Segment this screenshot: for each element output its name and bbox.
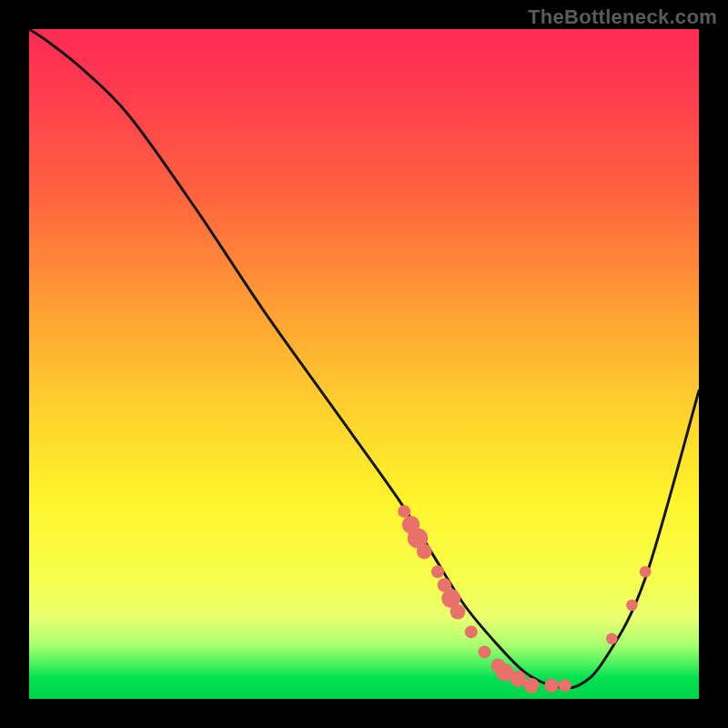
data-point: [398, 505, 410, 518]
bottleneck-curve: [29, 29, 699, 688]
data-point: [450, 604, 466, 620]
data-point: [417, 544, 432, 560]
data-point: [524, 678, 540, 693]
plot-area: [29, 29, 699, 699]
watermark-text: TheBottleneck.com: [528, 5, 717, 29]
data-point: [431, 565, 444, 578]
curve-svg: [29, 29, 699, 699]
data-point: [479, 646, 491, 659]
data-point: [606, 633, 618, 645]
data-point: [626, 600, 638, 612]
data-point: [559, 679, 571, 692]
data-point: [465, 625, 478, 638]
data-points-group: [398, 505, 651, 693]
data-point: [640, 566, 652, 578]
data-point: [544, 679, 558, 693]
chart-container: TheBottleneck.com: [0, 0, 728, 728]
